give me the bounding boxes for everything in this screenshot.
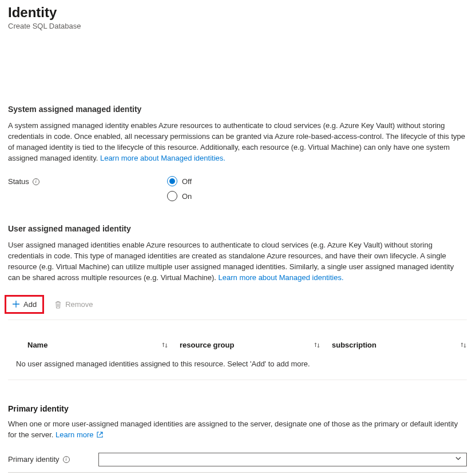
status-label: Status — [8, 177, 29, 186]
primary-identity-label: Primary identity — [8, 455, 60, 464]
column-header-name[interactable]: Name — [27, 341, 173, 349]
primary-identity-description: When one or more user-assigned managed i… — [8, 419, 467, 441]
system-assigned-description: A system assigned managed identity enabl… — [8, 121, 467, 163]
column-header-subscription[interactable]: subscription — [332, 341, 460, 349]
column-name-label: Name — [27, 341, 47, 349]
column-rg-label: resource group — [180, 341, 234, 349]
identity-table: Name resource group subscription No user… — [8, 337, 467, 380]
column-header-resource-group[interactable]: resource group — [180, 341, 325, 349]
page-title: Identity — [8, 5, 467, 21]
sort-icon[interactable] — [314, 342, 320, 349]
sort-icon[interactable] — [460, 342, 467, 349]
status-radio-off-label: Off — [182, 177, 192, 186]
system-assigned-body-text: A system assigned managed identity enabl… — [8, 121, 465, 162]
status-radio-on-label: On — [182, 192, 192, 201]
status-radio-on[interactable]: On — [167, 191, 192, 201]
column-sub-label: subscription — [332, 341, 376, 349]
trash-icon — [54, 301, 62, 309]
breadcrumb-subtitle: Create SQL Database — [8, 22, 467, 30]
status-radio-off[interactable]: Off — [167, 176, 192, 186]
external-link-icon — [97, 430, 103, 441]
add-button-highlight: Add — [5, 295, 44, 314]
user-assigned-toolbar: Add Remove — [8, 293, 467, 321]
primary-identity-dropdown[interactable] — [98, 453, 467, 466]
add-button-label: Add — [23, 300, 37, 309]
status-radio-group: Off On — [167, 176, 192, 201]
sort-icon[interactable] — [161, 342, 168, 349]
user-assigned-description: User assigned managed identities enable … — [8, 240, 467, 283]
add-button[interactable]: Add — [10, 299, 39, 310]
plus-icon — [12, 300, 20, 308]
table-header-row: Name resource group subscription — [8, 337, 467, 355]
learn-more-label: Learn more — [55, 430, 93, 439]
info-icon[interactable]: i — [33, 178, 39, 185]
table-empty-message: No user assigned managed identities assi… — [8, 355, 467, 380]
primary-identity-heading: Primary identity — [8, 404, 467, 413]
remove-button-label: Remove — [65, 300, 93, 309]
system-assigned-learn-more-link[interactable]: Learn more about Managed identities. — [100, 154, 225, 162]
chevron-down-icon — [455, 455, 462, 464]
status-field: Status i Off On — [8, 176, 467, 201]
remove-button: Remove — [52, 299, 95, 310]
radio-icon — [167, 191, 177, 201]
system-assigned-heading: System assigned managed identity — [8, 105, 467, 114]
primary-identity-field: Primary identity i — [8, 453, 467, 473]
user-assigned-learn-more-link[interactable]: Learn more about Managed identities. — [219, 273, 344, 282]
radio-icon — [167, 176, 177, 186]
info-icon[interactable]: i — [63, 456, 70, 463]
primary-identity-learn-more-link[interactable]: Learn more — [55, 430, 103, 439]
user-assigned-heading: User assigned managed identity — [8, 224, 467, 233]
